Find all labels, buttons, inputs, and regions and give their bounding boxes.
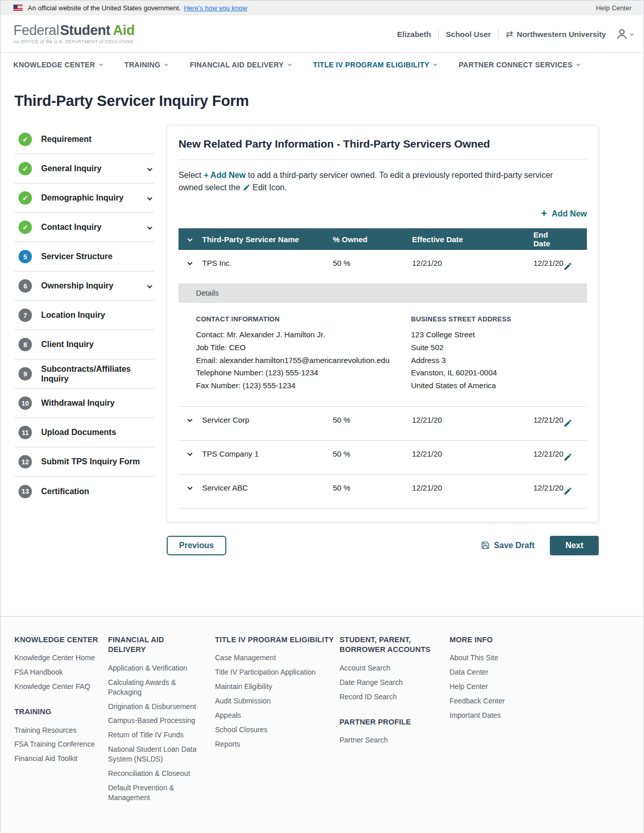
footer-link[interactable]: Origination & Disbursement [108,702,203,712]
footer-link[interactable]: National Student Loan Data System (NSLDS… [108,745,203,764]
step-label: Demographic Inquiry [41,193,123,203]
footer-link[interactable]: Feedback Center [450,696,505,706]
chevron-down-icon [99,62,102,66]
how-you-know-link[interactable]: Here's how you know [184,4,247,12]
footer-link[interactable]: FSA Handbook [14,667,108,677]
edit-row-icon[interactable] [563,452,573,462]
footer-link[interactable]: About This Site [450,653,505,663]
form-actions: Previous Save Draft Next [167,536,599,555]
footer-section-partner-profile: PARTNER PROFILE Partner Search [339,717,450,745]
table-row: TPS Inc. 50 % 12/21/20 12/21/20 [178,250,587,283]
edit-row-icon[interactable] [563,419,573,428]
row-expand-chevron-icon[interactable] [187,260,192,265]
nav-financial-aid-delivery[interactable]: FINANCIAL AID DELIVERY [190,61,291,69]
nav-training[interactable]: TRAINING [124,61,167,69]
footer-link[interactable]: Financial Aid Toolkit [14,754,108,764]
sidebar-step-general-inquiry[interactable]: General Inquiry [14,154,154,184]
address-line: 123 College Street [411,329,587,340]
footer-link[interactable]: Return of Title IV Funds [108,730,203,740]
footer-link[interactable]: Default Prevention & Management [108,783,203,803]
table-row: Servicer Corp 50 % 12/21/20 12/21/20 [178,407,587,440]
footer-heading: FINANCIAL AID DELIVERY [108,635,201,655]
footer-column: STUDENT, PARENT, BORROWER ACCOUNTS Accou… [339,635,450,818]
chevron-down-icon [147,283,152,288]
sidebar-step-ownership-inquiry[interactable]: 6 Ownership Inquiry [14,271,154,301]
footer-link[interactable]: Partner Search [339,735,435,745]
sidebar-step-upload-documents[interactable]: 11 Upload Documents [14,418,154,447]
add-new-inline-link[interactable]: + Add New [204,171,246,179]
sidebar-step-requirement[interactable]: Requirement [14,125,154,154]
step-number-badge: 8 [19,338,32,351]
footer-link[interactable]: Case Management [215,653,310,663]
page-title: Third-Party Servicer Inquiry Form [14,93,599,110]
footer-link[interactable]: Important Dates [450,711,505,720]
sidebar-step-subcontracts-affiliates-inquiry[interactable]: 9 Subcontracts/Affiliates Inquiry [14,359,154,389]
user-name: Elizabeth [397,30,431,39]
footer-link[interactable]: Application & Verification [108,663,203,673]
account-menu[interactable] [615,27,633,41]
save-draft-button[interactable]: Save Draft [481,541,534,550]
footer-link[interactable]: Calculating Awards & Packaging [108,678,203,697]
footer-link[interactable]: Help Center [450,682,505,692]
footer-link[interactable]: Appeals [215,711,310,720]
step-label: Certification [41,486,89,496]
sidebar-step-withdrawal-inquiry[interactable]: 10 Withdrawal Inquiry [14,389,154,418]
row-expand-chevron-icon[interactable] [187,417,192,422]
sidebar-step-demographic-inquiry[interactable]: Demographic Inquiry [14,184,154,213]
table-row: TPS Company 1 50 % 12/21/20 12/21/20 [178,441,587,474]
table-header-row: Third-Party Servicer Name % Owned Effect… [178,228,587,250]
row-expand-chevron-icon[interactable] [187,451,192,456]
sidebar-step-certification[interactable]: 13 Certification [14,477,154,506]
step-number-badge: 6 [19,279,32,293]
sidebar-step-location-inquiry[interactable]: 7 Location Inquiry [14,301,154,330]
nav-knowledge-center[interactable]: KNOWLEDGE CENTER [13,61,102,69]
add-new-label: Add New [552,209,587,219]
step-number-badge: 11 [19,426,32,439]
sidebar-step-contact-inquiry[interactable]: Contact Inquiry [14,213,154,242]
help-center-link[interactable]: Help Center [596,4,632,12]
footer-heading: KNOWLEDGE CENTER [14,635,107,645]
nav-partner-connect-services[interactable]: PARTNER CONNECT SERVICES [459,61,579,69]
user-role: School User [446,30,491,39]
footer-link[interactable]: Record ID Search [339,692,435,702]
footer-link[interactable]: Account Search [339,663,435,673]
nav-label: TRAINING [124,61,160,69]
site-header: FederalStudentAid An OFFICE of the U.S. … [0,15,644,52]
edit-row-icon[interactable] [563,486,573,496]
footer-link[interactable]: Date Range Search [339,678,435,687]
end-date: 12/21/20 [533,415,563,424]
footer-link[interactable]: FSA Training Conference [14,739,108,749]
chevron-down-icon [147,166,152,171]
footer-link[interactable]: Audit Submission [215,696,310,706]
footer-link[interactable]: Title IV Participation Application [215,667,328,677]
end-date: 12/21/20 [533,483,563,492]
row-expand-chevron-icon[interactable] [187,485,192,490]
footer-link[interactable]: Knowledge Center FAQ [14,682,108,692]
footer-column: MORE INFO About This Site Data Center He… [450,635,505,818]
footer-link[interactable]: Maintain Eligibility [215,682,310,692]
sidebar-step-servicer-structure[interactable]: 5 Servicer Structure [14,242,154,271]
add-new-button[interactable]: Add New [541,208,587,219]
edit-row-icon[interactable] [563,262,573,271]
footer-link[interactable]: Data Center [450,667,505,677]
footer-link[interactable]: Knowledge Center Home [14,653,108,663]
footer-link[interactable]: Campus-Based Processing [108,716,203,726]
column-header-effective-date: Effective Date [412,235,533,244]
footer-link[interactable]: Training Resources [14,726,108,735]
footer-link[interactable]: Reconciliation & Closeout [108,769,203,778]
sidebar-step-client-inquiry[interactable]: 8 Client Inquiry [14,330,154,359]
form-steps-sidebar: Requirement General Inquiry Demographic … [14,125,154,522]
edit-icon [243,184,251,191]
previous-button[interactable]: Previous [167,536,226,555]
sidebar-step-submit-tps-inquiry-form[interactable]: 12 Submit TPS Inquiry Form [14,447,154,477]
switch-organization-control[interactable]: Northwestern University [506,29,606,40]
footer-link[interactable]: School Closures [215,725,310,735]
chevron-down-icon [147,224,152,229]
footer-heading: MORE INFO [450,635,505,645]
nav-title-iv-program-eligibility[interactable]: TITLE IV PROGRAM ELIGIBILITY [313,61,436,69]
footer-link[interactable]: Reports [215,739,310,749]
next-button[interactable]: Next [550,536,599,555]
chevron-down-icon[interactable] [187,236,192,241]
divider [498,29,498,39]
servicer-name: Servicer ABC [202,483,333,492]
